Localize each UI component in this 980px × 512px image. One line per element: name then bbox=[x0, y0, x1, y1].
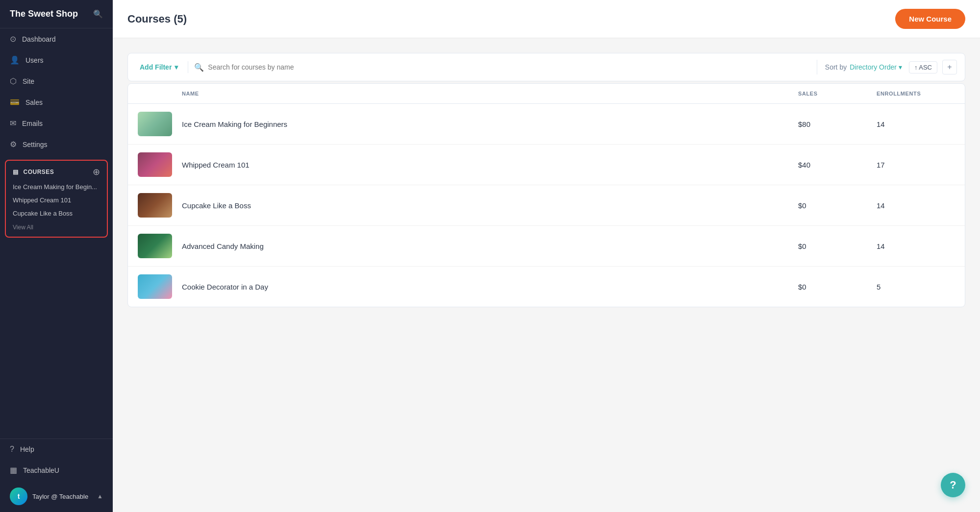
course-name: Whipped Cream 101 bbox=[182, 161, 798, 169]
user-profile[interactable]: t Taylor @ Teachable ▲ bbox=[0, 481, 113, 512]
course-name: Cookie Decorator in a Day bbox=[182, 283, 798, 291]
course-sales: $0 bbox=[798, 283, 877, 291]
help-fab-button[interactable]: ? bbox=[941, 473, 965, 497]
course-sales: $40 bbox=[798, 161, 877, 169]
course-thumbnail bbox=[138, 152, 182, 177]
sort-value: Directory Order bbox=[850, 63, 897, 71]
sidebar-item-sales[interactable]: 💳 Sales bbox=[0, 92, 113, 113]
sidebar-course-link[interactable]: Whipped Cream 101 bbox=[11, 194, 102, 207]
courses-label: COURSES bbox=[24, 169, 54, 175]
table-row[interactable]: Ice Cream Making for Beginners $80 14 bbox=[128, 104, 965, 145]
search-input[interactable] bbox=[208, 63, 806, 71]
course-enrollments: 14 bbox=[877, 201, 955, 210]
sidebar: The Sweet Shop 🔍 ⊙ Dashboard 👤 Users ⬡ S… bbox=[0, 0, 113, 512]
sidebar-course-link[interactable]: Cupcake Like a Boss bbox=[11, 207, 102, 220]
course-sales: $0 bbox=[798, 201, 877, 210]
course-thumbnail bbox=[138, 234, 182, 258]
avatar: t bbox=[10, 488, 27, 505]
course-thumbnail bbox=[138, 193, 182, 218]
sort-chevron-icon: ▾ bbox=[899, 63, 902, 71]
sidebar-item-label: Users bbox=[25, 56, 44, 64]
courses-section-title: ▤ COURSES bbox=[13, 169, 54, 175]
table-row[interactable]: Cupcake Like a Boss $0 14 bbox=[128, 185, 965, 226]
search-icon: 🔍 bbox=[194, 63, 204, 72]
course-name: Ice Cream Making for Beginners bbox=[182, 120, 798, 128]
main-header: Courses (5) New Course bbox=[113, 0, 980, 38]
sidebar-item-label: Emails bbox=[22, 120, 43, 127]
chevron-down-icon: ▾ bbox=[175, 63, 178, 71]
filter-bar: Add Filter ▾ 🔍 Sort by Directory Order ▾… bbox=[127, 53, 965, 81]
sidebar-item-label: Dashboard bbox=[22, 35, 56, 43]
content-area: Add Filter ▾ 🔍 Sort by Directory Order ▾… bbox=[113, 38, 980, 512]
course-name: Advanced Candy Making bbox=[182, 242, 798, 250]
filter-divider bbox=[188, 61, 188, 73]
course-enrollments: 17 bbox=[877, 161, 955, 169]
sales-icon: 💳 bbox=[10, 98, 20, 107]
sidebar-item-teachableu[interactable]: ▦ TeachableU bbox=[0, 460, 113, 481]
sidebar-bottom: ? Help ▦ TeachableU t Taylor @ Teachable… bbox=[0, 439, 113, 512]
add-course-icon[interactable]: ⊕ bbox=[93, 168, 100, 176]
sidebar-course-link[interactable]: Ice Cream Making for Begin... bbox=[11, 180, 102, 194]
sidebar-header: The Sweet Shop 🔍 bbox=[0, 0, 113, 28]
col-thumb bbox=[138, 91, 182, 97]
table-row[interactable]: Advanced Candy Making $0 14 bbox=[128, 226, 965, 267]
col-name: NAME bbox=[182, 91, 798, 97]
sidebar-item-label: Sales bbox=[25, 98, 43, 106]
course-enrollments: 14 bbox=[877, 120, 955, 128]
dashboard-icon: ⊙ bbox=[10, 34, 16, 44]
sort-label: Sort by bbox=[825, 63, 847, 71]
courses-section-header: ▤ COURSES ⊕ bbox=[11, 166, 102, 180]
courses-table: NAME SALES ENROLLMENTS Ice Cream Making … bbox=[127, 83, 965, 307]
users-icon: 👤 bbox=[10, 55, 20, 65]
course-enrollments: 5 bbox=[877, 283, 955, 291]
col-sales: SALES bbox=[798, 91, 877, 97]
chevron-up-icon: ▲ bbox=[97, 493, 103, 500]
course-name: Cupcake Like a Boss bbox=[182, 201, 798, 210]
username: Taylor @ Teachable bbox=[32, 493, 92, 500]
sidebar-item-site[interactable]: ⬡ Site bbox=[0, 71, 113, 92]
add-column-button[interactable]: + bbox=[942, 60, 957, 74]
page-title: Courses (5) bbox=[127, 13, 187, 25]
app-name: The Sweet Shop bbox=[10, 9, 78, 19]
course-links: Ice Cream Making for Begin...Whipped Cre… bbox=[11, 180, 102, 220]
course-sales: $80 bbox=[798, 120, 877, 128]
sidebar-item-emails[interactable]: ✉ Emails bbox=[0, 113, 113, 134]
col-enrollments: ENROLLMENTS bbox=[877, 91, 955, 97]
new-course-button[interactable]: New Course bbox=[895, 9, 965, 29]
search-icon[interactable]: 🔍 bbox=[93, 9, 103, 19]
sidebar-item-settings[interactable]: ⚙ Settings bbox=[0, 134, 113, 155]
asc-button[interactable]: ↑ ASC bbox=[909, 61, 937, 73]
search-wrap: 🔍 bbox=[194, 63, 806, 72]
course-thumbnail bbox=[138, 274, 182, 299]
avatar-initials: t bbox=[18, 492, 20, 500]
courses-section: ▤ COURSES ⊕ Ice Cream Making for Begin..… bbox=[5, 160, 108, 238]
sort-select[interactable]: Directory Order ▾ bbox=[850, 63, 902, 71]
add-filter-button[interactable]: Add Filter ▾ bbox=[136, 60, 182, 74]
add-filter-label: Add Filter bbox=[140, 63, 172, 71]
sidebar-item-users[interactable]: 👤 Users bbox=[0, 49, 113, 71]
nav-items: ⊙ Dashboard 👤 Users ⬡ Site 💳 Sales ✉ Ema… bbox=[0, 28, 113, 155]
course-thumbnail bbox=[138, 112, 182, 136]
table-body: Ice Cream Making for Beginners $80 14 Wh… bbox=[128, 104, 965, 307]
main-content: Courses (5) New Course Add Filter ▾ 🔍 So… bbox=[113, 0, 980, 512]
settings-icon: ⚙ bbox=[10, 140, 17, 149]
teachableu-label: TeachableU bbox=[23, 466, 59, 474]
emails-icon: ✉ bbox=[10, 119, 16, 128]
course-sales: $0 bbox=[798, 242, 877, 250]
courses-icon: ▤ bbox=[13, 169, 19, 175]
sidebar-item-dashboard[interactable]: ⊙ Dashboard bbox=[0, 28, 113, 49]
table-row[interactable]: Cookie Decorator in a Day $0 5 bbox=[128, 267, 965, 307]
site-icon: ⬡ bbox=[10, 76, 17, 86]
teachableu-icon: ▦ bbox=[10, 465, 17, 475]
sidebar-item-label: Site bbox=[23, 77, 34, 85]
help-label: Help bbox=[20, 445, 34, 453]
help-icon: ? bbox=[10, 445, 14, 454]
table-header: NAME SALES ENROLLMENTS bbox=[128, 84, 965, 104]
table-row[interactable]: Whipped Cream 101 $40 17 bbox=[128, 145, 965, 185]
course-enrollments: 14 bbox=[877, 242, 955, 250]
sort-section: Sort by Directory Order ▾ ↑ ASC + bbox=[817, 60, 957, 74]
view-all-link[interactable]: View All bbox=[11, 220, 102, 232]
sidebar-item-help[interactable]: ? Help bbox=[0, 439, 113, 460]
sidebar-item-label: Settings bbox=[23, 141, 48, 148]
